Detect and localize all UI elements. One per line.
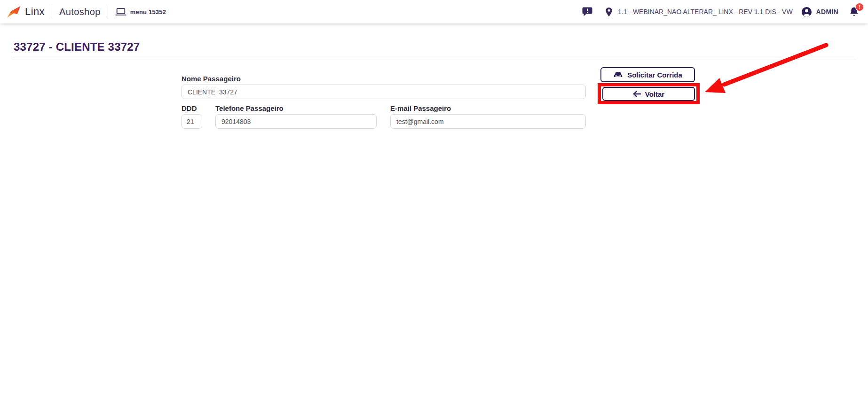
chat-alert-icon (582, 7, 593, 17)
voltar-button[interactable]: Voltar (602, 87, 695, 101)
arrow-left-icon (633, 91, 641, 97)
ddd-input[interactable] (181, 114, 202, 129)
header-right: 1.1 - WEBINAR_NAO ALTERAR_ LINX - REV 1.… (582, 6, 860, 17)
header-left: Linx Autoshop menu 15352 (7, 6, 166, 18)
notifications-button[interactable]: ! (849, 6, 860, 17)
ddd-label: DDD (181, 104, 197, 112)
location-pin-icon (604, 7, 614, 17)
separator (52, 6, 52, 18)
telefone-passageiro-input[interactable] (215, 114, 377, 129)
separator (108, 6, 108, 18)
username-label: ADMIN (816, 8, 838, 15)
top-bar: Linx Autoshop menu 15352 (0, 0, 868, 23)
brand-name: Linx (25, 6, 45, 18)
solicitar-corrida-button[interactable]: Solicitar Corrida (600, 67, 695, 82)
linx-logo-icon (7, 6, 21, 18)
email-passageiro-label: E-mail Passageiro (390, 104, 451, 112)
car-icon (613, 71, 623, 78)
telefone-passageiro-label: Telefone Passageiro (215, 104, 284, 112)
user-menu[interactable]: ADMIN (801, 7, 838, 17)
user-avatar-icon (801, 7, 812, 17)
page-title: 33727 - CLIENTE 33727 (14, 40, 140, 54)
store-context-label: 1.1 - WEBINAR_NAO ALTERAR_ LINX - REV 1.… (618, 8, 793, 15)
title-divider (12, 60, 856, 60)
voltar-label: Voltar (645, 90, 664, 98)
nome-passageiro-input[interactable] (181, 85, 586, 99)
annotation-arrow (0, 0, 868, 410)
terminal-icon (115, 8, 126, 16)
notification-badge: ! (855, 3, 864, 11)
feedback-chat-button[interactable] (582, 7, 593, 17)
menu-code-label: menu 15352 (130, 8, 166, 15)
solicitar-corrida-label: Solicitar Corrida (627, 71, 682, 79)
nome-passageiro-label: Nome Passageiro (181, 75, 241, 83)
app-root: Linx Autoshop menu 15352 (0, 0, 868, 410)
store-selector[interactable]: 1.1 - WEBINAR_NAO ALTERAR_ LINX - REV 1.… (604, 7, 793, 17)
email-passageiro-input[interactable] (390, 114, 586, 129)
product-name: Autoshop (59, 7, 101, 17)
menu-chip: menu 15352 (115, 8, 166, 16)
